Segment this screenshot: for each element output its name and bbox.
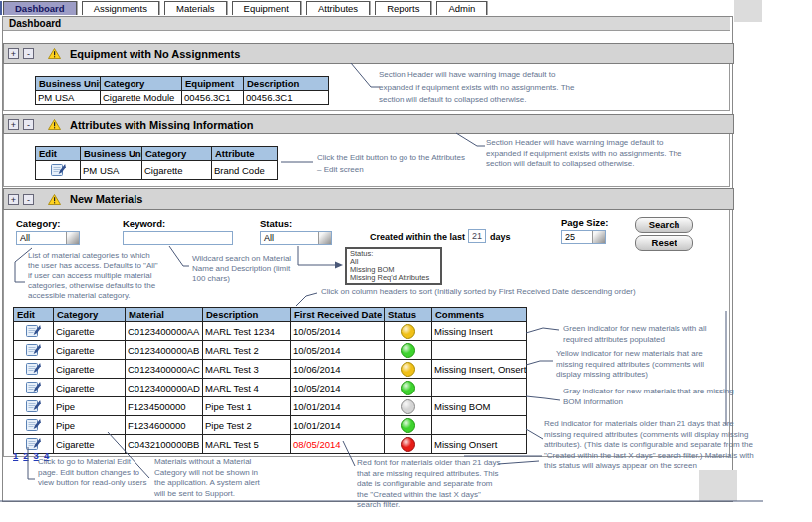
table-row: CigaretteC0123400000ACMARL Test 310/06/2… bbox=[14, 360, 527, 379]
status-cell bbox=[385, 397, 432, 416]
scrollbar-thumb-bottom[interactable] bbox=[699, 470, 737, 501]
reset-button[interactable]: Reset bbox=[635, 235, 693, 251]
created-within-label: Created within the last bbox=[351, 232, 465, 242]
section-header-new-materials: + - New Materials bbox=[3, 188, 734, 210]
edit-button[interactable] bbox=[26, 403, 41, 414]
edit-button[interactable] bbox=[26, 385, 41, 395]
edit-button[interactable] bbox=[26, 347, 41, 358]
edit-button[interactable] bbox=[26, 328, 41, 339]
warning-icon bbox=[48, 194, 61, 205]
collapse-button[interactable]: - bbox=[23, 194, 34, 205]
column-header-edit[interactable]: Edit bbox=[14, 308, 54, 322]
table-row: PipeF1234500000Pipe Test 110/01/2014Miss… bbox=[14, 397, 527, 416]
page-size-select[interactable]: 25 bbox=[561, 230, 606, 244]
status-indicator-gray bbox=[401, 399, 415, 414]
tab-assignments[interactable]: Assignments bbox=[82, 1, 159, 15]
collapse-button[interactable]: - bbox=[23, 119, 34, 130]
description-cell: MARL Test 5 bbox=[203, 435, 291, 454]
business-unit-cell: PM USA bbox=[36, 91, 101, 105]
page-link-1[interactable]: 1 bbox=[13, 450, 18, 461]
attributes-table-header-row: Edit Business Unit Category Attribute bbox=[36, 147, 278, 161]
edit-button[interactable] bbox=[51, 167, 66, 178]
tab-materials[interactable]: Materials bbox=[164, 1, 227, 15]
tab-admin[interactable]: Admin bbox=[436, 1, 487, 15]
category-cell: Cigarette bbox=[54, 322, 126, 341]
comments-cell bbox=[432, 416, 527, 435]
column-header-edit: Edit bbox=[36, 147, 81, 161]
status-cell bbox=[385, 416, 432, 435]
description-cell: MARL Test 4 bbox=[203, 379, 291, 397]
keyword-input[interactable] bbox=[123, 231, 233, 245]
column-header-category: Category bbox=[142, 147, 212, 161]
keyword-label: Keyword: bbox=[123, 218, 165, 229]
category-cell: Cigarette bbox=[54, 435, 126, 454]
days-label: days bbox=[490, 232, 511, 242]
column-header-comments[interactable]: Comments bbox=[432, 308, 527, 322]
column-header-material[interactable]: Material bbox=[126, 308, 203, 322]
status-indicator-green bbox=[401, 381, 415, 395]
section-title-attributes: Attributes with Missing Information bbox=[70, 119, 254, 130]
edit-icon bbox=[26, 324, 41, 337]
column-header-description[interactable]: Description bbox=[203, 308, 291, 322]
description-cell: Pipe Test 1 bbox=[203, 397, 291, 416]
status-indicator-green bbox=[401, 418, 415, 433]
first-received-date-cell: 10/05/2014 bbox=[291, 322, 385, 341]
tab-reports[interactable]: Reports bbox=[375, 1, 431, 15]
material-cell: C0123400000AC bbox=[126, 360, 203, 379]
annotation-red-indicator: Red indicator for materials older than 2… bbox=[544, 419, 761, 472]
material-cell: C0123400000AD bbox=[126, 379, 203, 397]
tab-bar: DashboardAssignmentsMaterialsEquipmentAt… bbox=[3, 1, 487, 15]
materials-table-head-row: EditCategoryMaterialDescriptionFirst Rec… bbox=[14, 308, 527, 322]
status-indicator-yellow bbox=[401, 362, 415, 377]
status-box-line: Missing Req'd Attributes bbox=[350, 274, 437, 282]
edit-button[interactable] bbox=[26, 366, 41, 377]
tab-equipment[interactable]: Equipment bbox=[232, 1, 301, 15]
category-cell: Cigarette bbox=[54, 341, 126, 360]
column-header-category[interactable]: Category bbox=[54, 308, 126, 322]
column-header-first-received-date[interactable]: First Received Date bbox=[291, 308, 385, 322]
status-cell bbox=[385, 435, 432, 454]
scrollbar-thumb-top[interactable] bbox=[734, 0, 762, 22]
edit-button[interactable] bbox=[26, 422, 41, 433]
expand-button[interactable]: + bbox=[8, 119, 19, 130]
description-cell: MARL Test 1234 bbox=[203, 322, 291, 341]
edit-icon bbox=[26, 362, 41, 375]
collapse-button[interactable]: - bbox=[23, 48, 34, 59]
table-row: PipeF1234600000Pipe Test 210/01/2014 bbox=[14, 416, 527, 435]
annotation-no-category: Materials without a Material Category wi… bbox=[154, 457, 262, 499]
tab-attributes[interactable]: Attributes bbox=[306, 1, 370, 15]
search-button[interactable]: Search bbox=[635, 217, 693, 233]
comments-cell: Missing Onsert bbox=[432, 435, 527, 454]
expand-button[interactable]: + bbox=[8, 194, 19, 205]
attribute-cell: Brand Code bbox=[212, 161, 278, 180]
page-title: Dashboard bbox=[9, 18, 61, 29]
status-indicator-green bbox=[401, 343, 415, 358]
column-header-equipment: Equipment bbox=[182, 77, 244, 91]
column-header-description: Description bbox=[244, 77, 329, 91]
status-box-line: Status: bbox=[350, 250, 437, 258]
category-cell: Cigarette Module bbox=[101, 91, 182, 105]
table-row: CigaretteC0123400000ABMARL Test 210/05/2… bbox=[14, 341, 527, 360]
column-header-status[interactable]: Status bbox=[385, 308, 432, 322]
description-cell: MARL Test 3 bbox=[203, 360, 291, 379]
material-cell: C0432100000BB bbox=[126, 435, 203, 454]
created-within-input[interactable] bbox=[468, 229, 486, 243]
section-header-equipment: + - Equipment with No Assignments bbox=[3, 43, 734, 64]
category-cell: Cigarette bbox=[54, 360, 126, 379]
annotation-keyword-filter: Wildcard search on Material Name and Des… bbox=[192, 254, 294, 284]
annotation-yellow-indicator: Yellow indicator for new materials that … bbox=[556, 349, 727, 381]
table-row: PM USA Cigarette Module 00456.3C1 00456.… bbox=[36, 91, 329, 105]
equipment-table-header-row: Business Unit Category Equipment Descrip… bbox=[36, 77, 329, 91]
tab-dashboard[interactable]: Dashboard bbox=[3, 1, 77, 15]
annotation-green-indicator: Green indicator for new materials with a… bbox=[563, 324, 734, 345]
status-cell bbox=[385, 341, 432, 360]
column-header-business-unit: Business Unit bbox=[36, 77, 101, 91]
page-link-2[interactable]: 2 bbox=[23, 450, 28, 461]
status-select-value: All bbox=[261, 232, 318, 244]
status-select[interactable]: All bbox=[260, 231, 332, 245]
material-cell: C0123400000AB bbox=[126, 341, 203, 360]
material-cell: F1234600000 bbox=[126, 416, 203, 435]
status-label: Status: bbox=[260, 218, 292, 229]
expand-button[interactable]: + bbox=[8, 48, 19, 59]
category-select[interactable]: All bbox=[16, 231, 80, 245]
